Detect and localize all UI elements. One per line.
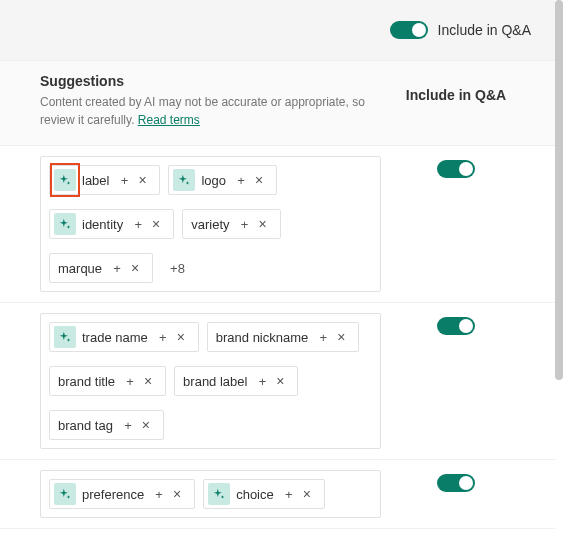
include-toggle-column [381, 470, 531, 518]
scrollbar[interactable] [555, 0, 563, 380]
remove-synonym-button[interactable]: × [168, 486, 186, 502]
synonym-group: label+×logo+×identity+×variety+×marque+×… [0, 146, 555, 303]
synonym-chip: brand label+× [174, 366, 298, 396]
ai-suggestion-badge [54, 213, 76, 235]
remove-synonym-button[interactable]: × [147, 216, 165, 232]
top-bar: Include in Q&A [0, 0, 555, 60]
suggestions-title: Suggestions [40, 73, 381, 89]
remove-synonym-button[interactable]: × [133, 172, 151, 188]
synonym-group: preference+×choice+× [0, 460, 555, 529]
add-synonym-button[interactable]: + [232, 173, 250, 188]
overflow-more-chip[interactable]: +8 [161, 253, 194, 283]
add-synonym-button[interactable]: + [115, 173, 133, 188]
synonym-chip-label: preference [82, 487, 144, 502]
synonym-chip-label: brand tag [58, 418, 113, 433]
remove-synonym-button[interactable]: × [332, 329, 350, 345]
sparkle-icon [212, 487, 226, 501]
synonym-chip: brand nickname+× [207, 322, 360, 352]
synonym-chip: choice+× [203, 479, 325, 509]
remove-synonym-button[interactable]: × [139, 373, 157, 389]
synonym-chip: trade name+× [49, 322, 199, 352]
synonym-chip-label: brand nickname [216, 330, 309, 345]
ai-suggestion-badge [208, 483, 230, 505]
synonym-chip-label: choice [236, 487, 274, 502]
synonym-chip-label: trade name [82, 330, 148, 345]
ai-suggestion-badge [54, 169, 76, 191]
sparkle-icon [58, 173, 72, 187]
remove-synonym-button[interactable]: × [271, 373, 289, 389]
synonym-chip-label: brand label [183, 374, 247, 389]
include-toggle-column [381, 156, 531, 292]
add-synonym-button[interactable]: + [150, 487, 168, 502]
include-toggle-column [381, 313, 531, 449]
synonym-chip: marque+× [49, 253, 153, 283]
add-synonym-button[interactable]: + [314, 330, 332, 345]
synonym-chip-label: marque [58, 261, 102, 276]
read-terms-link[interactable]: Read terms [138, 113, 200, 127]
remove-synonym-button[interactable]: × [137, 417, 155, 433]
remove-synonym-button[interactable]: × [298, 486, 316, 502]
synonym-chip-label: brand title [58, 374, 115, 389]
add-synonym-button[interactable]: + [108, 261, 126, 276]
synonym-chip-label: label [82, 173, 109, 188]
synonym-chip-label: identity [82, 217, 123, 232]
synonym-chip: identity+× [49, 209, 174, 239]
suggestions-description: Content created by AI may not be accurat… [40, 93, 381, 129]
suggestions-description-text: Content created by AI may not be accurat… [40, 95, 365, 127]
add-synonym-button[interactable]: + [121, 374, 139, 389]
ai-suggestion-badge [54, 326, 76, 348]
include-column-header: Include in Q&A [381, 73, 531, 129]
remove-synonym-button[interactable]: × [172, 329, 190, 345]
synonym-chip: brand tag+× [49, 410, 164, 440]
add-synonym-button[interactable]: + [154, 330, 172, 345]
remove-synonym-button[interactable]: × [250, 172, 268, 188]
include-qna-master-toggle[interactable] [390, 21, 428, 39]
synonym-chip: label+× [49, 165, 160, 195]
synonym-chip-label: variety [191, 217, 229, 232]
sparkle-icon [58, 217, 72, 231]
add-synonym-button[interactable]: + [236, 217, 254, 232]
add-synonym-button[interactable]: + [119, 418, 137, 433]
sparkle-icon [177, 173, 191, 187]
suggestions-header: Suggestions Content created by AI may no… [0, 60, 555, 146]
synonym-chip-label: logo [201, 173, 226, 188]
synonym-chip: brand title+× [49, 366, 166, 396]
include-qna-toggle[interactable] [437, 160, 475, 178]
remove-synonym-button[interactable]: × [126, 260, 144, 276]
add-synonym-button[interactable]: + [129, 217, 147, 232]
synonym-chip: logo+× [168, 165, 277, 195]
synonym-chip: preference+× [49, 479, 195, 509]
synonym-chip-container: trade name+×brand nickname+×brand title+… [40, 313, 381, 449]
synonym-chip-container: preference+×choice+× [40, 470, 381, 518]
add-synonym-button[interactable]: + [253, 374, 271, 389]
include-qna-toggle[interactable] [437, 474, 475, 492]
include-qna-master-label: Include in Q&A [438, 22, 531, 38]
sparkle-icon [58, 487, 72, 501]
ai-suggestion-badge [173, 169, 195, 191]
add-synonym-button[interactable]: + [280, 487, 298, 502]
synonym-chip: variety+× [182, 209, 280, 239]
ai-suggestion-badge [54, 483, 76, 505]
remove-synonym-button[interactable]: × [254, 216, 272, 232]
sparkle-icon [58, 330, 72, 344]
include-qna-toggle[interactable] [437, 317, 475, 335]
synonym-chip-container: label+×logo+×identity+×variety+×marque+×… [40, 156, 381, 292]
synonym-group: trade name+×brand nickname+×brand title+… [0, 303, 555, 460]
